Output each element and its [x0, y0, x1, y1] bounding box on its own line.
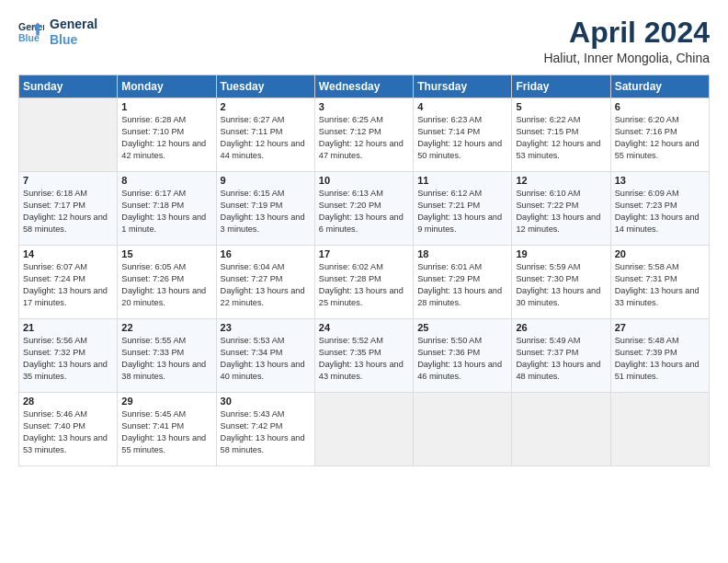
day-number: 17 [319, 248, 409, 259]
calendar-cell: 4Sunrise: 6:23 AMSunset: 7:14 PMDaylight… [414, 98, 512, 172]
calendar-cell: 13Sunrise: 6:09 AMSunset: 7:23 PMDayligh… [610, 172, 709, 246]
cell-content: Sunrise: 6:25 AMSunset: 7:12 PMDaylight:… [319, 114, 409, 162]
calendar-cell: 19Sunrise: 5:59 AMSunset: 7:30 PMDayligh… [512, 246, 610, 319]
day-number: 26 [516, 322, 606, 333]
calendar-cell: 23Sunrise: 5:53 AMSunset: 7:34 PMDayligh… [216, 319, 314, 393]
cell-content: Sunrise: 6:22 AMSunset: 7:15 PMDaylight:… [516, 114, 606, 162]
cell-content: Sunrise: 6:13 AMSunset: 7:20 PMDaylight:… [319, 188, 409, 236]
col-header-tuesday: Tuesday [216, 75, 314, 98]
week-row-3: 14Sunrise: 6:07 AMSunset: 7:24 PMDayligh… [19, 246, 710, 319]
cell-content: Sunrise: 6:15 AMSunset: 7:19 PMDaylight:… [221, 188, 311, 236]
logo: General Blue General Blue [18, 17, 97, 48]
cell-content: Sunrise: 6:09 AMSunset: 7:23 PMDaylight:… [615, 188, 705, 236]
day-number: 10 [319, 175, 409, 186]
day-number: 6 [615, 101, 705, 112]
cell-content: Sunrise: 5:55 AMSunset: 7:33 PMDaylight:… [121, 335, 211, 383]
day-number: 24 [319, 322, 409, 333]
cell-content: Sunrise: 6:12 AMSunset: 7:21 PMDaylight:… [417, 188, 507, 236]
cell-content: Sunrise: 5:43 AMSunset: 7:42 PMDaylight:… [221, 408, 311, 456]
day-number: 13 [615, 175, 705, 186]
calendar-cell: 16Sunrise: 6:04 AMSunset: 7:27 PMDayligh… [216, 246, 314, 319]
cell-content: Sunrise: 6:01 AMSunset: 7:29 PMDaylight:… [417, 261, 507, 309]
week-row-4: 21Sunrise: 5:56 AMSunset: 7:32 PMDayligh… [19, 319, 710, 393]
calendar-cell: 22Sunrise: 5:55 AMSunset: 7:33 PMDayligh… [118, 319, 216, 393]
calendar-cell: 9Sunrise: 6:15 AMSunset: 7:19 PMDaylight… [216, 172, 314, 246]
cell-content: Sunrise: 6:18 AMSunset: 7:17 PMDaylight:… [23, 188, 113, 236]
cell-content: Sunrise: 6:20 AMSunset: 7:16 PMDaylight:… [615, 114, 705, 162]
calendar-cell: 2Sunrise: 6:27 AMSunset: 7:11 PMDaylight… [216, 98, 314, 172]
calendar-cell: 12Sunrise: 6:10 AMSunset: 7:22 PMDayligh… [512, 172, 610, 246]
cell-content: Sunrise: 5:53 AMSunset: 7:34 PMDaylight:… [221, 335, 311, 383]
day-number: 8 [121, 175, 211, 186]
cell-content: Sunrise: 6:05 AMSunset: 7:26 PMDaylight:… [121, 261, 211, 309]
cell-content: Sunrise: 6:17 AMSunset: 7:18 PMDaylight:… [121, 188, 211, 236]
calendar-cell: 30Sunrise: 5:43 AMSunset: 7:42 PMDayligh… [216, 393, 314, 466]
calendar-cell: 6Sunrise: 6:20 AMSunset: 7:16 PMDaylight… [610, 98, 709, 172]
calendar-cell: 27Sunrise: 5:48 AMSunset: 7:39 PMDayligh… [610, 319, 709, 393]
col-header-friday: Friday [512, 75, 610, 98]
calendar-cell: 25Sunrise: 5:50 AMSunset: 7:36 PMDayligh… [414, 319, 512, 393]
day-number: 27 [615, 322, 705, 333]
header: General Blue General Blue April 2024 Hal… [18, 17, 710, 65]
calendar-cell: 29Sunrise: 5:45 AMSunset: 7:41 PMDayligh… [118, 393, 216, 466]
day-number: 7 [23, 175, 113, 186]
cell-content: Sunrise: 5:58 AMSunset: 7:31 PMDaylight:… [615, 261, 705, 309]
day-number: 22 [121, 322, 211, 333]
calendar-header-row: SundayMondayTuesdayWednesdayThursdayFrid… [19, 75, 710, 98]
col-header-sunday: Sunday [19, 75, 118, 98]
week-row-5: 28Sunrise: 5:46 AMSunset: 7:40 PMDayligh… [19, 393, 710, 466]
calendar-cell: 15Sunrise: 6:05 AMSunset: 7:26 PMDayligh… [118, 246, 216, 319]
cell-content: Sunrise: 5:45 AMSunset: 7:41 PMDaylight:… [121, 408, 211, 456]
day-number: 28 [23, 396, 113, 407]
calendar-cell: 24Sunrise: 5:52 AMSunset: 7:35 PMDayligh… [314, 319, 413, 393]
cell-content: Sunrise: 5:59 AMSunset: 7:30 PMDaylight:… [516, 261, 606, 309]
calendar-cell: 7Sunrise: 6:18 AMSunset: 7:17 PMDaylight… [19, 172, 118, 246]
cell-content: Sunrise: 5:46 AMSunset: 7:40 PMDaylight:… [23, 408, 113, 456]
calendar-cell: 28Sunrise: 5:46 AMSunset: 7:40 PMDayligh… [19, 393, 118, 466]
calendar-cell: 17Sunrise: 6:02 AMSunset: 7:28 PMDayligh… [314, 246, 413, 319]
logo-blue: Blue [50, 32, 97, 48]
day-number: 25 [417, 322, 507, 333]
day-number: 11 [417, 175, 507, 186]
day-number: 16 [221, 248, 311, 259]
week-row-1: 1Sunrise: 6:28 AMSunset: 7:10 PMDaylight… [19, 98, 710, 172]
calendar-cell: 11Sunrise: 6:12 AMSunset: 7:21 PMDayligh… [414, 172, 512, 246]
day-number: 15 [121, 248, 211, 259]
col-header-monday: Monday [118, 75, 216, 98]
calendar-cell: 18Sunrise: 6:01 AMSunset: 7:29 PMDayligh… [414, 246, 512, 319]
cell-content: Sunrise: 5:49 AMSunset: 7:37 PMDaylight:… [516, 335, 606, 383]
calendar-cell [610, 393, 709, 466]
day-number: 30 [221, 396, 311, 407]
calendar-cell: 26Sunrise: 5:49 AMSunset: 7:37 PMDayligh… [512, 319, 610, 393]
month-title: April 2024 [543, 17, 710, 49]
page: General Blue General Blue April 2024 Hal… [0, 0, 728, 563]
day-number: 14 [23, 248, 113, 259]
calendar-cell: 3Sunrise: 6:25 AMSunset: 7:12 PMDaylight… [314, 98, 413, 172]
day-number: 20 [615, 248, 705, 259]
day-number: 5 [516, 101, 606, 112]
logo-icon: General Blue [18, 19, 44, 45]
cell-content: Sunrise: 6:04 AMSunset: 7:27 PMDaylight:… [221, 261, 311, 309]
cell-content: Sunrise: 5:52 AMSunset: 7:35 PMDaylight:… [319, 335, 409, 383]
day-number: 3 [319, 101, 409, 112]
day-number: 2 [221, 101, 311, 112]
day-number: 9 [221, 175, 311, 186]
col-header-wednesday: Wednesday [314, 75, 413, 98]
calendar-cell: 8Sunrise: 6:17 AMSunset: 7:18 PMDaylight… [118, 172, 216, 246]
col-header-thursday: Thursday [414, 75, 512, 98]
cell-content: Sunrise: 5:56 AMSunset: 7:32 PMDaylight:… [23, 335, 113, 383]
day-number: 19 [516, 248, 606, 259]
calendar-cell: 1Sunrise: 6:28 AMSunset: 7:10 PMDaylight… [118, 98, 216, 172]
location-subtitle: Haliut, Inner Mongolia, China [543, 51, 710, 65]
day-number: 12 [516, 175, 606, 186]
calendar-cell [314, 393, 413, 466]
week-row-2: 7Sunrise: 6:18 AMSunset: 7:17 PMDaylight… [19, 172, 710, 246]
day-number: 18 [417, 248, 507, 259]
calendar-cell [19, 98, 118, 172]
col-header-saturday: Saturday [610, 75, 709, 98]
calendar-cell: 20Sunrise: 5:58 AMSunset: 7:31 PMDayligh… [610, 246, 709, 319]
calendar-cell [414, 393, 512, 466]
cell-content: Sunrise: 6:07 AMSunset: 7:24 PMDaylight:… [23, 261, 113, 309]
calendar-cell: 14Sunrise: 6:07 AMSunset: 7:24 PMDayligh… [19, 246, 118, 319]
day-number: 23 [221, 322, 311, 333]
